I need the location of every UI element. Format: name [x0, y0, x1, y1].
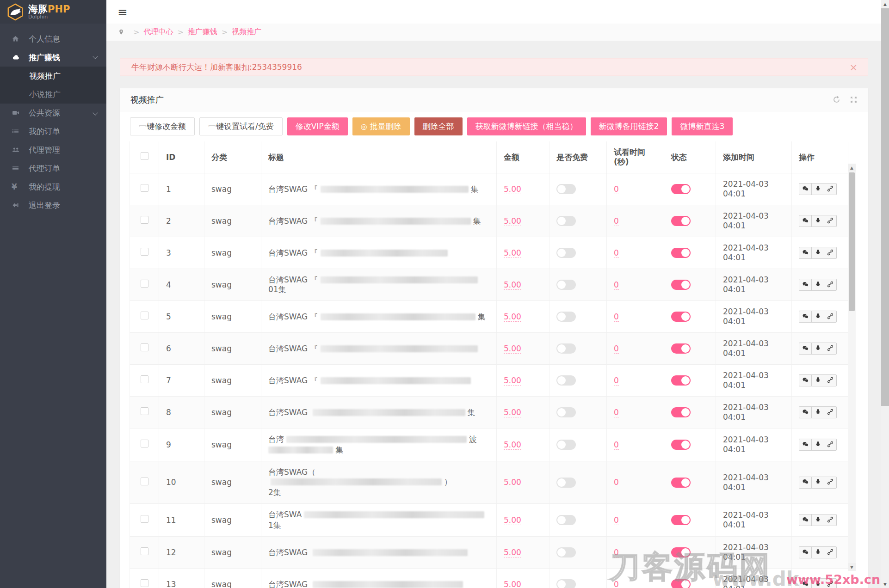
toolbar-button[interactable]: 新微博备用链接2 [591, 117, 667, 135]
toolbar-button[interactable]: 删除全部 [414, 117, 463, 135]
scroll-up-arrow[interactable]: ▲ [848, 164, 856, 172]
op-link-button[interactable] [824, 406, 837, 418]
op-qq-button[interactable] [811, 578, 824, 588]
toolbar-button[interactable]: 微博新直连3 [672, 117, 733, 135]
op-link-button[interactable] [824, 343, 837, 355]
select-all-checkbox[interactable] [141, 152, 148, 160]
op-link-button[interactable] [824, 374, 837, 386]
row-checkbox[interactable] [141, 515, 148, 523]
scrollbar-thumb[interactable] [881, 8, 889, 406]
row-checkbox[interactable] [141, 248, 148, 256]
close-icon[interactable]: × [849, 62, 858, 73]
sidebar-item-public-resources[interactable]: 公共资源 [0, 104, 106, 122]
status-toggle[interactable] [671, 343, 691, 354]
toolbar-button[interactable]: 一键修改金额 [130, 117, 195, 135]
trial-time-edit-link[interactable]: 0 [614, 580, 619, 588]
amount-edit-link[interactable]: 5.00 [504, 280, 521, 290]
op-qq-button[interactable] [811, 374, 824, 386]
free-toggle[interactable] [556, 184, 576, 194]
amount-edit-link[interactable]: 5.00 [504, 376, 521, 386]
row-checkbox[interactable] [141, 440, 148, 447]
scrollbar-thumb[interactable] [849, 172, 855, 311]
status-toggle[interactable] [671, 478, 691, 488]
status-toggle[interactable] [671, 407, 691, 417]
op-link-button[interactable] [824, 514, 837, 526]
trial-time-edit-link[interactable]: 0 [614, 408, 619, 417]
trial-time-edit-link[interactable]: 0 [614, 548, 619, 557]
status-toggle[interactable] [671, 184, 691, 194]
breadcrumb-agent-center[interactable]: 代理中心 [143, 27, 173, 37]
free-toggle[interactable] [556, 312, 576, 322]
trial-time-edit-link[interactable]: 0 [614, 376, 619, 386]
op-wechat-button[interactable] [799, 546, 812, 558]
status-toggle[interactable] [671, 515, 691, 525]
op-qq-button[interactable] [811, 477, 824, 489]
toolbar-button[interactable]: ◎批量删除 [352, 117, 410, 135]
table-scrollbar[interactable]: ▲ ▼ [848, 164, 856, 571]
op-wechat-button[interactable] [799, 374, 812, 386]
free-toggle[interactable] [556, 547, 576, 557]
breadcrumb-promotion[interactable]: 推广赚钱 [188, 27, 217, 37]
status-toggle[interactable] [671, 312, 691, 322]
status-toggle[interactable] [671, 216, 691, 226]
trial-time-edit-link[interactable]: 0 [614, 216, 619, 226]
row-checkbox[interactable] [141, 478, 148, 485]
refresh-icon[interactable] [833, 96, 840, 104]
sidebar-item-my-orders[interactable]: 我的订单 [0, 122, 106, 141]
op-wechat-button[interactable] [799, 311, 812, 323]
free-toggle[interactable] [556, 216, 576, 226]
amount-edit-link[interactable]: 5.00 [504, 248, 521, 258]
row-checkbox[interactable] [141, 343, 148, 351]
free-toggle[interactable] [556, 579, 576, 588]
trial-time-edit-link[interactable]: 0 [614, 478, 619, 487]
free-toggle[interactable] [556, 343, 576, 354]
trial-time-edit-link[interactable]: 0 [614, 184, 619, 194]
free-toggle[interactable] [556, 407, 576, 417]
toolbar-button[interactable]: 修改VIP金额 [287, 117, 348, 135]
op-link-button[interactable] [824, 311, 837, 323]
scroll-down-arrow[interactable]: ▼ [881, 580, 889, 588]
row-checkbox[interactable] [141, 216, 148, 224]
op-qq-button[interactable] [811, 406, 824, 418]
toolbar-button[interactable]: 一键设置试看/免费 [199, 117, 283, 135]
op-qq-button[interactable] [811, 215, 824, 227]
op-wechat-button[interactable] [799, 477, 812, 489]
op-qq-button[interactable] [811, 439, 824, 451]
op-qq-button[interactable] [811, 247, 824, 259]
sidebar-item-promotion[interactable]: 推广赚钱 [0, 48, 106, 67]
op-qq-button[interactable] [811, 343, 824, 355]
op-link-button[interactable] [824, 546, 837, 558]
op-qq-button[interactable] [811, 514, 824, 526]
free-toggle[interactable] [556, 515, 576, 525]
op-wechat-button[interactable] [799, 215, 812, 227]
op-link-button[interactable] [824, 279, 837, 291]
toolbar-button[interactable]: 获取新微博新链接（相当稳） [467, 117, 586, 135]
row-checkbox[interactable] [141, 547, 148, 555]
op-link-button[interactable] [824, 578, 837, 588]
trial-time-edit-link[interactable]: 0 [614, 344, 619, 354]
free-toggle[interactable] [556, 440, 576, 450]
trial-time-edit-link[interactable]: 0 [614, 280, 619, 290]
sidebar-item-logout[interactable]: 退出登录 [0, 196, 106, 214]
sidebar-item-novel-promo[interactable]: 小说推广 [0, 85, 106, 104]
amount-edit-link[interactable]: 5.00 [504, 184, 521, 194]
op-wechat-button[interactable] [799, 183, 812, 195]
op-wechat-button[interactable] [799, 343, 812, 355]
op-link-button[interactable] [824, 477, 837, 489]
scroll-down-arrow[interactable]: ▼ [848, 563, 856, 571]
op-wechat-button[interactable] [799, 279, 812, 291]
amount-edit-link[interactable]: 5.00 [504, 312, 521, 322]
amount-edit-link[interactable]: 5.00 [504, 580, 521, 588]
op-qq-button[interactable] [811, 279, 824, 291]
op-wechat-button[interactable] [799, 439, 812, 451]
amount-edit-link[interactable]: 5.00 [504, 344, 521, 354]
status-toggle[interactable] [671, 547, 691, 557]
row-checkbox[interactable] [141, 375, 148, 383]
scroll-up-arrow[interactable]: ▲ [881, 0, 889, 8]
op-wechat-button[interactable] [799, 578, 812, 588]
free-toggle[interactable] [556, 248, 576, 258]
op-qq-button[interactable] [811, 311, 824, 323]
row-checkbox[interactable] [141, 280, 148, 288]
fullscreen-icon[interactable] [850, 96, 858, 104]
amount-edit-link[interactable]: 5.00 [504, 515, 521, 525]
